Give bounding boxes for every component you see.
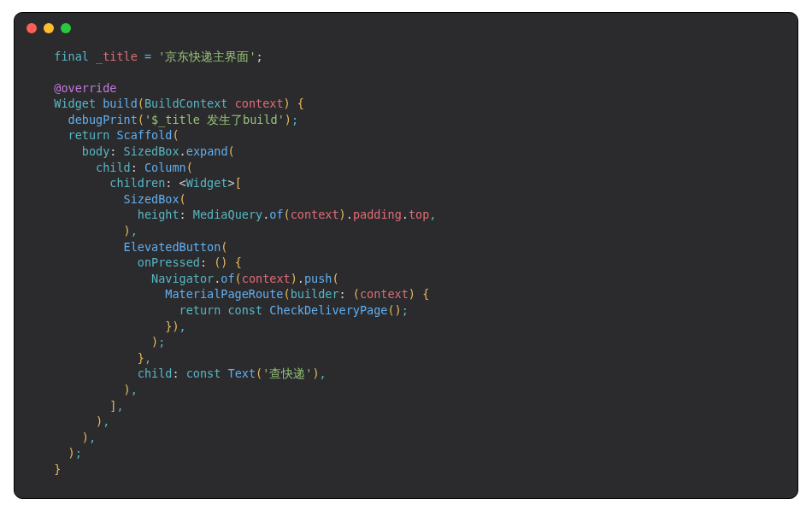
code-token: Navigator	[151, 272, 214, 285]
code-token: :	[200, 255, 207, 269]
code-token	[40, 335, 151, 349]
code-token: (	[332, 272, 338, 285]
code-token	[40, 414, 96, 428]
code-token	[221, 366, 227, 380]
code-line: SizedBox(	[15, 191, 797, 208]
code-token	[40, 319, 165, 333]
code-token: const	[227, 303, 262, 317]
code-token: context	[360, 287, 409, 301]
code-token: (	[221, 240, 227, 254]
code-token: )	[284, 97, 291, 110]
code-token: body	[82, 144, 110, 158]
code-token: ,	[116, 399, 123, 413]
code-token: onPressed	[138, 255, 200, 269]
code-token: _title	[96, 50, 138, 63]
code-token: )	[124, 383, 131, 396]
code-line: }	[15, 461, 797, 478]
code-token	[40, 240, 124, 254]
code-token: {	[297, 97, 304, 110]
code-line: final _title = '京东快递主界面';	[15, 49, 797, 65]
code-token: height	[138, 208, 179, 221]
code-line: Widget build(BuildContext context) {	[15, 96, 797, 112]
code-token: context	[291, 208, 339, 221]
code-token: (	[138, 113, 144, 126]
code-line: ],	[15, 398, 797, 414]
code-line: return const CheckDeliveryPage();	[15, 302, 797, 319]
zoom-icon[interactable]	[61, 23, 71, 33]
code-line: height: MediaQuery.of(context).padding.t…	[15, 207, 797, 223]
code-token: ()	[214, 255, 227, 269]
code-token: :	[339, 287, 346, 301]
code-token: (	[138, 97, 144, 110]
code-token: return	[179, 303, 221, 317]
code-token: {	[422, 287, 429, 301]
code-token: )	[96, 414, 103, 428]
code-token	[40, 176, 109, 190]
code-token: )	[151, 335, 158, 349]
code-token: (	[186, 161, 193, 174]
code-token	[40, 462, 54, 476]
code-line: return Scaffold(	[15, 127, 797, 144]
code-token: (	[235, 272, 242, 285]
minimize-icon[interactable]	[44, 23, 54, 33]
code-token: debugPrint	[68, 113, 138, 126]
code-line: ),	[15, 413, 797, 430]
code-token: ;	[402, 303, 409, 317]
code-token: )	[409, 287, 415, 301]
code-token: })	[165, 319, 179, 333]
code-token: ,	[89, 431, 96, 444]
code-token: build	[103, 97, 138, 110]
code-token: const	[186, 366, 221, 380]
code-token: children	[109, 176, 165, 190]
code-token: {	[235, 255, 242, 269]
code-token	[291, 97, 297, 110]
code-token: SizedBox	[124, 144, 179, 158]
code-line: Navigator.of(context).push(	[15, 271, 797, 287]
code-token: @override	[54, 81, 116, 95]
code-token	[415, 287, 422, 301]
close-icon[interactable]	[26, 23, 37, 33]
code-line: ),	[15, 430, 797, 446]
code-token	[96, 97, 103, 110]
code-token: Widget	[186, 176, 228, 190]
code-token: return	[68, 128, 110, 142]
code-area[interactable]: final _title = '京东快递主界面'; @override Widg…	[15, 44, 797, 498]
code-token: of	[269, 208, 283, 221]
code-token	[40, 192, 124, 206]
code-token: (	[353, 287, 360, 301]
code-token	[346, 287, 353, 301]
code-token: of	[221, 272, 234, 285]
code-token: ;	[158, 335, 165, 349]
code-token	[40, 399, 109, 413]
code-token: (	[228, 144, 235, 158]
code-token: Column	[144, 161, 186, 174]
code-token: ,	[131, 224, 138, 237]
code-token: [	[235, 176, 242, 190]
code-token	[40, 97, 54, 110]
code-token: context	[235, 97, 284, 110]
code-line: ),	[15, 223, 797, 239]
code-token: ,	[103, 414, 109, 428]
code-token	[40, 161, 96, 174]
code-line: ElevatedButton(	[15, 239, 797, 255]
code-token: top	[409, 208, 429, 221]
code-token: )	[82, 431, 89, 444]
code-line: MaterialPageRoute(builder: (context) {	[15, 286, 797, 302]
code-token	[138, 50, 144, 63]
code-token	[186, 208, 193, 221]
code-line: @override	[15, 80, 797, 97]
code-token: (	[284, 208, 291, 221]
code-token: child	[138, 366, 173, 380]
code-token: MaterialPageRoute	[165, 287, 283, 301]
code-token: :	[131, 161, 138, 174]
code-token: builder	[291, 287, 339, 301]
code-token: ElevatedButton	[124, 240, 221, 254]
code-token: <	[179, 176, 186, 190]
code-line: debugPrint('$_title 发生了build');	[15, 112, 797, 128]
code-token: )	[291, 272, 297, 285]
code-token: ,	[429, 208, 436, 221]
code-token: ,	[179, 319, 186, 333]
code-token: )	[285, 113, 291, 126]
code-token: ;	[256, 50, 263, 63]
code-token	[40, 303, 179, 317]
